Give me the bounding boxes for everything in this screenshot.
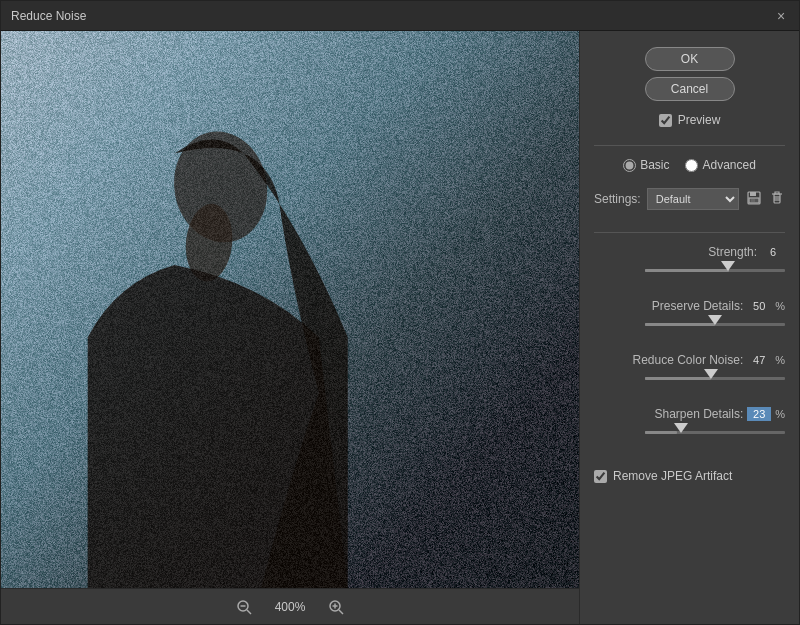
svg-rect-10 [751,199,755,202]
cancel-button[interactable]: Cancel [645,77,735,101]
divider-1 [594,145,785,146]
ok-button[interactable]: OK [645,47,735,71]
reduce-color-noise-slider[interactable] [645,371,785,374]
preview-image [1,31,579,588]
delete-settings-button[interactable] [769,191,785,208]
zoom-value: 400% [270,600,310,614]
sharpen-details-slider-row [594,425,785,443]
preserve-details-slider[interactable] [645,317,785,320]
reduce-color-noise-label-row: Reduce Color Noise: 47 % [594,353,785,367]
preview-label[interactable]: Preview [678,113,721,127]
advanced-label: Advanced [702,158,755,172]
reduce-color-noise-group: Reduce Color Noise: 47 % [594,353,785,389]
settings-select[interactable]: Default [647,188,739,210]
action-buttons: OK Cancel [594,47,785,101]
sharpen-details-unit: % [775,408,785,420]
strength-slider-row [594,263,785,281]
preserve-details-label: Preserve Details: [652,299,743,313]
strength-value: 6 [761,245,785,259]
controls-panel: OK Cancel Preview Basic Advanced [579,31,799,624]
strength-label: Strength: [708,245,757,259]
preserve-details-label-row: Preserve Details: 50 % [594,299,785,313]
preview-area: 400% [1,31,579,624]
basic-label: Basic [640,158,669,172]
remove-jpeg-checkbox[interactable] [594,470,607,483]
reduce-color-noise-slider-row [594,371,785,389]
preserve-details-slider-row [594,317,785,335]
reduce-color-noise-value: 47 [747,353,771,367]
dialog-body: 400% OK Cancel P [1,31,799,624]
sharpen-details-value: 23 [747,407,771,421]
save-settings-button[interactable] [745,191,763,208]
basic-radio-option[interactable]: Basic [623,158,669,172]
dialog-title: Reduce Noise [11,9,86,23]
title-bar: Reduce Noise × [1,1,799,31]
sharpen-details-slider[interactable] [645,425,785,428]
svg-line-4 [339,610,343,614]
preview-row: Preview [594,113,785,127]
remove-jpeg-label[interactable]: Remove JPEG Artifact [613,469,732,483]
preserve-details-value: 50 [747,299,771,313]
reduce-color-noise-slider-container [645,371,785,389]
svg-rect-8 [750,192,756,196]
sharpen-details-label: Sharpen Details: [655,407,744,421]
reduce-color-noise-unit: % [775,354,785,366]
strength-group: Strength: 6 [594,245,785,281]
preview-checkbox[interactable] [659,114,672,127]
preserve-details-unit: % [775,300,785,312]
sharpen-details-label-row: Sharpen Details: 23 % [594,407,785,421]
divider-2 [594,232,785,233]
basic-radio[interactable] [623,159,636,172]
zoom-out-button[interactable] [230,597,258,617]
advanced-radio-option[interactable]: Advanced [685,158,755,172]
advanced-radio[interactable] [685,159,698,172]
reduce-color-noise-label: Reduce Color Noise: [633,353,744,367]
remove-jpeg-row: Remove JPEG Artifact [594,469,785,483]
strength-slider[interactable] [645,263,785,266]
svg-line-1 [247,610,251,614]
preserve-details-group: Preserve Details: 50 % [594,299,785,335]
settings-label: Settings: [594,192,641,206]
reduce-noise-dialog: Reduce Noise × 400% [0,0,800,625]
settings-row: Settings: Default [594,188,785,210]
preview-footer: 400% [1,588,579,624]
zoom-in-button[interactable] [322,597,350,617]
sharpen-details-group: Sharpen Details: 23 % [594,407,785,443]
preserve-details-slider-container [645,317,785,335]
sharpen-details-slider-container [645,425,785,443]
strength-slider-container [645,263,785,281]
strength-label-row: Strength: 6 [594,245,785,259]
close-button[interactable]: × [773,8,789,24]
mode-radio-row: Basic Advanced [594,158,785,172]
